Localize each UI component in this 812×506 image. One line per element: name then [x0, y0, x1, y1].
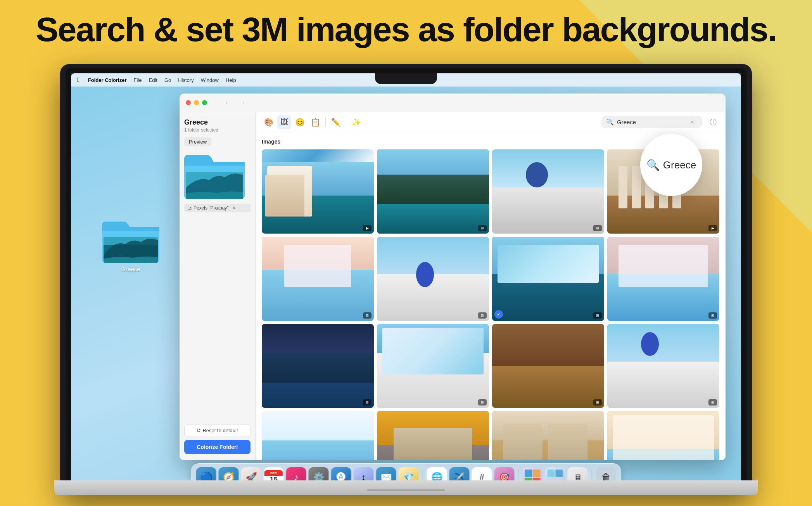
reset-label: Reset to default	[202, 428, 238, 433]
folder-icon-large	[102, 217, 159, 263]
sidebar-subtitle: 1 folder selected	[184, 127, 251, 133]
laptop-hinge-indent	[367, 489, 445, 491]
page-headline: Search & set 3M images as folder backgro…	[0, 11, 812, 49]
image-cell-11[interactable]: ⊞	[607, 324, 719, 408]
toolbar-copy-icon[interactable]: 📋	[308, 115, 322, 129]
images-grid: ▶ ⊞	[262, 149, 719, 460]
menu-go[interactable]: Go	[164, 77, 171, 83]
image-cell-8[interactable]: ⊞	[607, 237, 719, 321]
maximize-button[interactable]	[202, 100, 207, 105]
source-folder-icon: 🗂	[187, 205, 192, 211]
toolbar-edit-icon[interactable]: ✏️	[329, 115, 343, 129]
image-cell-15[interactable]: ▶	[607, 411, 719, 460]
image-cell-3[interactable]: ⊞	[492, 149, 604, 234]
sidebar-actions: ↺ Reset to default Colorize Folder!	[184, 424, 251, 454]
desktop-folder-label: Greece	[121, 266, 140, 272]
image-cell-selected[interactable]: ✓ ⊞	[492, 237, 604, 321]
toolbar-emoji-icon[interactable]: 😊	[293, 115, 307, 129]
image-badge-4: ▶	[708, 225, 717, 231]
search-bubble-inner: 🔍 Greece	[646, 159, 696, 172]
info-button[interactable]: ⓘ	[707, 116, 719, 128]
preview-button[interactable]: Preview	[184, 137, 211, 146]
image-cell-9[interactable]: ⊞	[377, 324, 489, 408]
menu-window[interactable]: Window	[201, 77, 219, 83]
image-cell-7[interactable]: ⊞	[262, 324, 374, 408]
image-badge-9: ⊞	[478, 399, 487, 405]
menu-help[interactable]: Help	[226, 77, 236, 83]
apple-menu-icon[interactable]: 	[77, 76, 79, 83]
search-clear-button[interactable]: ✕	[690, 119, 695, 125]
search-input[interactable]	[617, 119, 687, 125]
image-badge-sel: ⊞	[593, 312, 602, 319]
image-badge-11: ⊞	[708, 399, 717, 405]
image-badge-10: ⊞	[593, 399, 602, 405]
search-bubble: 🔍 Greece	[640, 134, 702, 196]
image-cell-14[interactable]: ⊞	[492, 411, 604, 460]
image-badge-2: ⊞	[478, 225, 487, 231]
laptop-base	[54, 480, 758, 495]
image-badge-6: ⊞	[478, 312, 487, 319]
back-button[interactable]: ←	[223, 97, 233, 108]
image-cell-1[interactable]: ▶	[262, 149, 374, 234]
forward-button[interactable]: →	[237, 97, 247, 108]
app-window: ← → Greece 1 folder selected Preview	[180, 94, 726, 460]
image-badge-3: ⊞	[593, 225, 602, 231]
screen:  Folder Colorizer File Edit Go History …	[71, 73, 741, 495]
reset-button[interactable]: ↺ Reset to default	[184, 424, 251, 437]
search-bar: 🔍 ✕	[601, 116, 702, 128]
source-remove-button[interactable]: ✕	[232, 205, 236, 211]
toolbar-divider-1	[325, 118, 326, 127]
reset-icon: ↺	[197, 428, 201, 433]
folder-preview	[184, 151, 245, 199]
toolbar-color-icon[interactable]: 🎨	[262, 115, 276, 129]
notch	[375, 73, 437, 84]
toolbar-magic-icon[interactable]: ✨	[349, 115, 363, 129]
image-badge-8: ⊞	[708, 312, 717, 319]
search-bubble-icon: 🔍	[646, 159, 660, 172]
image-cell-13[interactable]: ⊞	[377, 411, 489, 460]
laptop-shell:  Folder Colorizer File Edit Go History …	[60, 64, 752, 495]
toolbar: 🎨 🖼 😊 📋 ✏️ ✨ 🔍 ✕	[256, 112, 726, 132]
source-label: Pexels "Pixabay"	[193, 205, 229, 211]
image-cell-6[interactable]: ⊞	[377, 237, 489, 321]
source-badge: 🗂 Pexels "Pixabay" ✕	[184, 204, 251, 212]
image-badge-7: ⊞	[363, 399, 371, 405]
toolbar-divider-2	[346, 118, 346, 127]
screen-bezel:  Folder Colorizer File Edit Go History …	[66, 68, 746, 495]
selected-check: ✓	[494, 310, 503, 319]
image-badge-5: ⊞	[363, 312, 371, 319]
image-badge-1: ▶	[363, 225, 371, 231]
sidebar: Greece 1 folder selected Preview	[180, 112, 256, 460]
folder-preview-svg	[184, 151, 245, 199]
toolbar-image-icon[interactable]: 🖼	[277, 115, 291, 129]
menu-file[interactable]: File	[134, 77, 142, 83]
minimize-button[interactable]	[194, 100, 199, 105]
colorize-button[interactable]: Colorize Folder!	[184, 440, 251, 454]
app-name-menu[interactable]: Folder Colorizer	[88, 77, 127, 83]
image-cell-5[interactable]: ⊞	[262, 237, 374, 321]
sidebar-title: Greece	[184, 118, 251, 126]
image-cell-10[interactable]: ⊞	[492, 324, 604, 408]
close-button[interactable]	[186, 100, 191, 105]
window-titlebar: ← →	[180, 94, 726, 112]
search-bubble-text: Greece	[663, 159, 696, 171]
search-icon: 🔍	[606, 118, 614, 126]
menu-history[interactable]: History	[178, 77, 193, 83]
image-cell-12[interactable]: ⊞	[262, 411, 374, 460]
menu-edit[interactable]: Edit	[149, 77, 157, 83]
desktop-folder[interactable]: Greece	[102, 217, 159, 272]
image-cell-2[interactable]: ⊞	[377, 149, 489, 234]
